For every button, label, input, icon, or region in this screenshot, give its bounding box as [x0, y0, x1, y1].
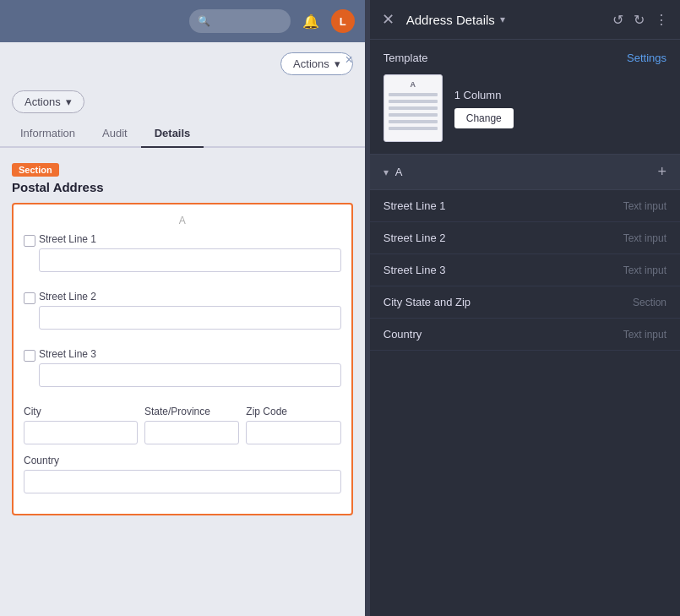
more-icon[interactable]: ⋮	[655, 12, 668, 28]
tabs-row: Information Audit Details	[0, 120, 365, 148]
section-a-plus-button[interactable]: +	[657, 163, 666, 181]
template-section: Template Settings A 1 Column Change	[370, 40, 680, 155]
right-panel: ✕ Address Details ▾ ↺ ↻ ⋮ Template Setti…	[370, 0, 680, 616]
street-line-1-input[interactable]	[39, 248, 341, 272]
panel-title: Address Details ▾	[406, 13, 604, 27]
field-type-street-1: Text input	[623, 200, 666, 212]
actions-mid-button[interactable]: Actions ▾	[12, 90, 84, 113]
actions-top-label: Actions	[293, 57, 329, 70]
section-badge: Section	[12, 163, 59, 177]
template-name: 1 Column	[454, 89, 514, 101]
close-x-icon[interactable]: ×	[345, 52, 352, 68]
panel-title-chevron[interactable]: ▾	[500, 14, 505, 25]
thumb-line-3	[389, 106, 438, 110]
thumb-line-2	[389, 100, 438, 103]
actions-mid-chevron: ▾	[66, 95, 72, 108]
street-line-2-row: Street Line 2	[24, 291, 341, 340]
zip-label: Zip Code	[246, 406, 340, 417]
country-label: Country	[24, 455, 341, 466]
change-button[interactable]: Change	[454, 108, 514, 128]
header-icons: ↺ ↻ ⋮	[612, 12, 668, 28]
field-type-country: Text input	[623, 329, 666, 341]
field-type-street-3: Text input	[623, 264, 666, 276]
field-row-street-line-2[interactable]: Street Line 2 Text input	[370, 222, 680, 254]
checkbox-2[interactable]	[24, 292, 35, 304]
field-name-city-state-zip: City State and Zip	[384, 296, 471, 308]
country-input[interactable]	[24, 470, 341, 493]
country-row: Country	[24, 455, 341, 493]
section-title: Postal Address	[12, 180, 353, 194]
zip-input[interactable]	[246, 421, 340, 444]
panel-close-button[interactable]: ✕	[382, 10, 394, 29]
section-a-chevron[interactable]: ▾	[384, 166, 389, 178]
actions-mid-label: Actions	[24, 95, 61, 108]
thumb-line-6	[389, 127, 438, 130]
fields-list: Street Line 1 Text input Street Line 2 T…	[370, 190, 680, 616]
street-line-3-label: Street Line 3	[39, 348, 341, 360]
tab-details[interactable]: Details	[141, 120, 204, 148]
field-type-street-2: Text input	[623, 232, 666, 244]
template-label: Template	[384, 52, 428, 64]
street-line-2-input[interactable]	[39, 306, 341, 330]
thumb-line-1	[389, 93, 438, 96]
section-a-header: ▾ A +	[370, 155, 680, 190]
main-content: Section Postal Address A Street Line 1 S…	[0, 148, 365, 616]
search-bar[interactable]: 🔍	[189, 9, 291, 33]
street-line-1-label: Street Line 1	[39, 233, 341, 245]
city-label: City	[24, 406, 138, 417]
field-name-street-2: Street Line 2	[384, 232, 446, 244]
field-name-country: Country	[384, 328, 422, 341]
street-line-3-input[interactable]	[39, 363, 341, 387]
street-line-1-row: Street Line 1	[24, 233, 341, 282]
actions-bar-top: Actions ▾	[0, 42, 365, 82]
state-label: State/Province	[144, 406, 239, 417]
street-line-3-row: Street Line 3	[24, 348, 341, 397]
template-preview-row: A 1 Column Change	[384, 74, 666, 142]
column-label: A	[24, 215, 341, 226]
undo-icon[interactable]: ↺	[612, 12, 623, 28]
template-info: 1 Column Change	[454, 89, 514, 128]
panel-header: ✕ Address Details ▾ ↺ ↻ ⋮	[370, 0, 680, 40]
redo-icon[interactable]: ↻	[634, 12, 645, 28]
street-line-2-label: Street Line 2	[39, 291, 341, 303]
field-row-country[interactable]: Country Text input	[370, 319, 680, 351]
notification-icon[interactable]: 🔔	[299, 9, 323, 33]
field-type-city-state-zip: Section	[633, 297, 666, 308]
left-panel: 🔍 🔔 L Actions ▾ × Actions ▾ Information …	[0, 0, 365, 616]
field-row-street-line-3[interactable]: Street Line 3 Text input	[370, 254, 680, 286]
section-a-label: A	[395, 166, 658, 178]
avatar: L	[331, 9, 355, 33]
actions-bar-mid: Actions ▾	[0, 82, 365, 120]
tab-information[interactable]: Information	[7, 120, 89, 148]
city-input[interactable]	[24, 421, 138, 444]
settings-link[interactable]: Settings	[627, 52, 666, 64]
actions-top-chevron: ▾	[335, 57, 340, 70]
field-row-city-state-zip[interactable]: City State and Zip Section	[370, 286, 680, 319]
city-state-zip-row: City State/Province Zip Code	[24, 406, 341, 455]
thumb-a-label: A	[411, 80, 416, 89]
tab-audit[interactable]: Audit	[89, 120, 141, 148]
actions-top-button[interactable]: Actions ▾	[280, 52, 353, 75]
field-row-street-line-1[interactable]: Street Line 1 Text input	[370, 190, 680, 222]
state-input[interactable]	[144, 421, 239, 444]
thumb-line-4	[389, 113, 438, 117]
field-name-street-3: Street Line 3	[384, 264, 446, 276]
template-thumbnail: A	[384, 74, 443, 142]
field-name-street-1: Street Line 1	[384, 199, 446, 212]
panel-title-text: Address Details	[406, 13, 495, 27]
template-header: Template Settings	[384, 52, 666, 64]
top-bar: 🔍 🔔 L	[0, 0, 365, 42]
checkbox-3[interactable]	[24, 350, 35, 362]
thumb-line-5	[389, 120, 438, 123]
checkbox-1[interactable]	[24, 235, 35, 247]
address-card: A Street Line 1 Street Line 2	[12, 203, 353, 515]
search-icon: 🔍	[198, 15, 210, 27]
